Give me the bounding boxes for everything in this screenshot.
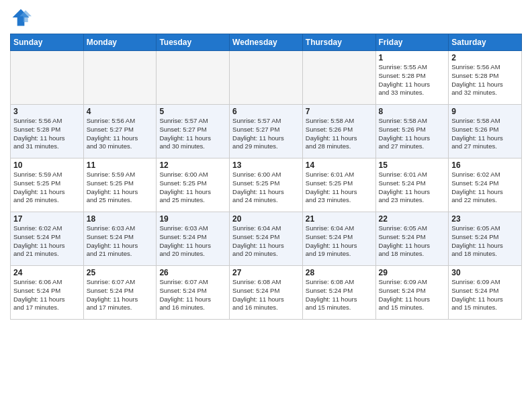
calendar-day-cell: 1Sunrise: 5:55 AM Sunset: 5:28 PM Daylig…: [375, 51, 449, 105]
day-info: Sunrise: 6:04 AM Sunset: 5:24 PM Dayligh…: [306, 224, 373, 259]
calendar-day-cell: 28Sunrise: 6:08 AM Sunset: 5:24 PM Dayli…: [302, 266, 375, 320]
day-info: Sunrise: 6:07 AM Sunset: 5:24 PM Dayligh…: [87, 278, 154, 312]
calendar-day-header: Thursday: [302, 34, 375, 51]
calendar-day-header: Saturday: [449, 34, 522, 51]
day-info: Sunrise: 5:58 AM Sunset: 5:26 PM Dayligh…: [379, 117, 446, 151]
day-number: 20: [232, 214, 300, 224]
calendar-day-cell: 12Sunrise: 6:00 AM Sunset: 5:25 PM Dayli…: [157, 158, 230, 212]
calendar-day-cell: 9Sunrise: 5:58 AM Sunset: 5:26 PM Daylig…: [449, 105, 522, 158]
day-number: 8: [379, 107, 446, 116]
calendar-day-cell: 30Sunrise: 6:09 AM Sunset: 5:24 PM Dayli…: [449, 266, 522, 320]
day-number: 13: [232, 161, 300, 170]
day-number: 5: [159, 107, 226, 116]
day-number: 15: [379, 161, 446, 170]
logo: [10, 7, 34, 28]
day-number: 18: [87, 214, 154, 224]
calendar-day-cell: 16Sunrise: 6:02 AM Sunset: 5:24 PM Dayli…: [449, 158, 522, 212]
calendar-day-cell: 20Sunrise: 6:04 AM Sunset: 5:24 PM Dayli…: [230, 212, 303, 266]
calendar-table: SundayMondayTuesdayWednesdayThursdayFrid…: [10, 34, 522, 320]
day-info: Sunrise: 5:59 AM Sunset: 5:25 PM Dayligh…: [13, 171, 81, 205]
calendar-day-header: Wednesday: [230, 34, 303, 51]
day-info: Sunrise: 6:09 AM Sunset: 5:24 PM Dayligh…: [451, 278, 519, 312]
calendar-day-cell: 10Sunrise: 5:59 AM Sunset: 5:25 PM Dayli…: [11, 158, 84, 212]
day-info: Sunrise: 5:57 AM Sunset: 5:27 PM Dayligh…: [232, 117, 300, 151]
day-info: Sunrise: 6:02 AM Sunset: 5:24 PM Dayligh…: [13, 224, 81, 259]
calendar-day-cell: 6Sunrise: 5:57 AM Sunset: 5:27 PM Daylig…: [230, 105, 303, 158]
day-info: Sunrise: 6:00 AM Sunset: 5:25 PM Dayligh…: [232, 171, 300, 205]
calendar-day-cell: [83, 51, 157, 105]
day-number: 21: [306, 214, 373, 224]
day-info: Sunrise: 6:01 AM Sunset: 5:25 PM Dayligh…: [306, 171, 373, 205]
calendar-day-cell: 19Sunrise: 6:03 AM Sunset: 5:24 PM Dayli…: [157, 212, 230, 266]
calendar-week-row: 1Sunrise: 5:55 AM Sunset: 5:28 PM Daylig…: [11, 51, 522, 105]
day-number: 4: [87, 107, 154, 116]
calendar-day-cell: 26Sunrise: 6:07 AM Sunset: 5:24 PM Dayli…: [157, 266, 230, 320]
day-number: 19: [159, 214, 226, 224]
day-info: Sunrise: 5:58 AM Sunset: 5:26 PM Dayligh…: [306, 117, 373, 151]
calendar-day-cell: 4Sunrise: 5:56 AM Sunset: 5:27 PM Daylig…: [83, 105, 157, 158]
day-info: Sunrise: 6:07 AM Sunset: 5:24 PM Dayligh…: [159, 278, 226, 312]
calendar-day-cell: [302, 51, 375, 105]
day-number: 12: [159, 161, 226, 170]
day-info: Sunrise: 6:01 AM Sunset: 5:24 PM Dayligh…: [379, 171, 446, 205]
calendar-day-cell: [11, 51, 84, 105]
calendar-day-cell: [157, 51, 230, 105]
calendar-week-row: 10Sunrise: 5:59 AM Sunset: 5:25 PM Dayli…: [11, 158, 522, 212]
day-number: 29: [379, 268, 446, 277]
calendar-day-header: Monday: [83, 34, 157, 51]
calendar-week-row: 3Sunrise: 5:56 AM Sunset: 5:28 PM Daylig…: [11, 105, 522, 158]
day-info: Sunrise: 6:08 AM Sunset: 5:24 PM Dayligh…: [232, 278, 300, 312]
day-number: 28: [306, 268, 373, 277]
day-info: Sunrise: 6:05 AM Sunset: 5:24 PM Dayligh…: [379, 224, 446, 259]
day-number: 16: [451, 161, 519, 170]
calendar-day-cell: 2Sunrise: 5:56 AM Sunset: 5:28 PM Daylig…: [449, 51, 522, 105]
day-number: 7: [306, 107, 373, 116]
day-number: 10: [13, 161, 81, 170]
calendar-day-cell: 24Sunrise: 6:06 AM Sunset: 5:24 PM Dayli…: [11, 266, 84, 320]
calendar-day-cell: 8Sunrise: 5:58 AM Sunset: 5:26 PM Daylig…: [375, 105, 449, 158]
day-info: Sunrise: 5:59 AM Sunset: 5:25 PM Dayligh…: [87, 171, 154, 205]
calendar-day-header: Tuesday: [157, 34, 230, 51]
day-info: Sunrise: 5:56 AM Sunset: 5:28 PM Dayligh…: [13, 117, 81, 151]
calendar-day-cell: 3Sunrise: 5:56 AM Sunset: 5:28 PM Daylig…: [11, 105, 84, 158]
logo-icon: [10, 7, 32, 28]
calendar-day-cell: 29Sunrise: 6:09 AM Sunset: 5:24 PM Dayli…: [375, 266, 449, 320]
day-number: 26: [159, 268, 226, 277]
day-info: Sunrise: 6:03 AM Sunset: 5:24 PM Dayligh…: [159, 224, 226, 259]
day-number: 30: [451, 268, 519, 277]
calendar-day-cell: 13Sunrise: 6:00 AM Sunset: 5:25 PM Dayli…: [230, 158, 303, 212]
calendar-day-cell: 21Sunrise: 6:04 AM Sunset: 5:24 PM Dayli…: [302, 212, 375, 266]
day-number: 2: [451, 53, 519, 62]
day-info: Sunrise: 6:03 AM Sunset: 5:24 PM Dayligh…: [87, 224, 154, 259]
calendar-day-cell: [230, 51, 303, 105]
day-number: 17: [13, 214, 81, 224]
day-info: Sunrise: 6:02 AM Sunset: 5:24 PM Dayligh…: [451, 171, 519, 205]
day-number: 23: [451, 214, 519, 224]
day-number: 24: [13, 268, 81, 277]
calendar-day-cell: 27Sunrise: 6:08 AM Sunset: 5:24 PM Dayli…: [230, 266, 303, 320]
day-number: 9: [451, 107, 519, 116]
day-number: 6: [232, 107, 300, 116]
day-info: Sunrise: 6:06 AM Sunset: 5:24 PM Dayligh…: [13, 278, 81, 312]
calendar-day-cell: 22Sunrise: 6:05 AM Sunset: 5:24 PM Dayli…: [375, 212, 449, 266]
day-number: 11: [87, 161, 154, 170]
day-info: Sunrise: 5:58 AM Sunset: 5:26 PM Dayligh…: [451, 117, 519, 151]
day-info: Sunrise: 6:04 AM Sunset: 5:24 PM Dayligh…: [232, 224, 300, 259]
calendar-day-cell: 23Sunrise: 6:05 AM Sunset: 5:24 PM Dayli…: [449, 212, 522, 266]
calendar-week-row: 17Sunrise: 6:02 AM Sunset: 5:24 PM Dayli…: [11, 212, 522, 266]
day-number: 14: [306, 161, 373, 170]
calendar-day-cell: 17Sunrise: 6:02 AM Sunset: 5:24 PM Dayli…: [11, 212, 84, 266]
day-number: 27: [232, 268, 300, 277]
day-info: Sunrise: 5:56 AM Sunset: 5:28 PM Dayligh…: [451, 63, 519, 97]
day-number: 25: [87, 268, 154, 277]
calendar-day-cell: 7Sunrise: 5:58 AM Sunset: 5:26 PM Daylig…: [302, 105, 375, 158]
header: [10, 7, 522, 28]
page: SundayMondayTuesdayWednesdayThursdayFrid…: [0, 0, 532, 411]
day-info: Sunrise: 6:00 AM Sunset: 5:25 PM Dayligh…: [159, 171, 226, 205]
calendar-day-cell: 15Sunrise: 6:01 AM Sunset: 5:24 PM Dayli…: [375, 158, 449, 212]
day-info: Sunrise: 6:05 AM Sunset: 5:24 PM Dayligh…: [451, 224, 519, 259]
calendar-day-cell: 25Sunrise: 6:07 AM Sunset: 5:24 PM Dayli…: [83, 266, 157, 320]
calendar-day-header: Friday: [375, 34, 449, 51]
day-number: 1: [379, 53, 446, 62]
calendar-day-cell: 14Sunrise: 6:01 AM Sunset: 5:25 PM Dayli…: [302, 158, 375, 212]
